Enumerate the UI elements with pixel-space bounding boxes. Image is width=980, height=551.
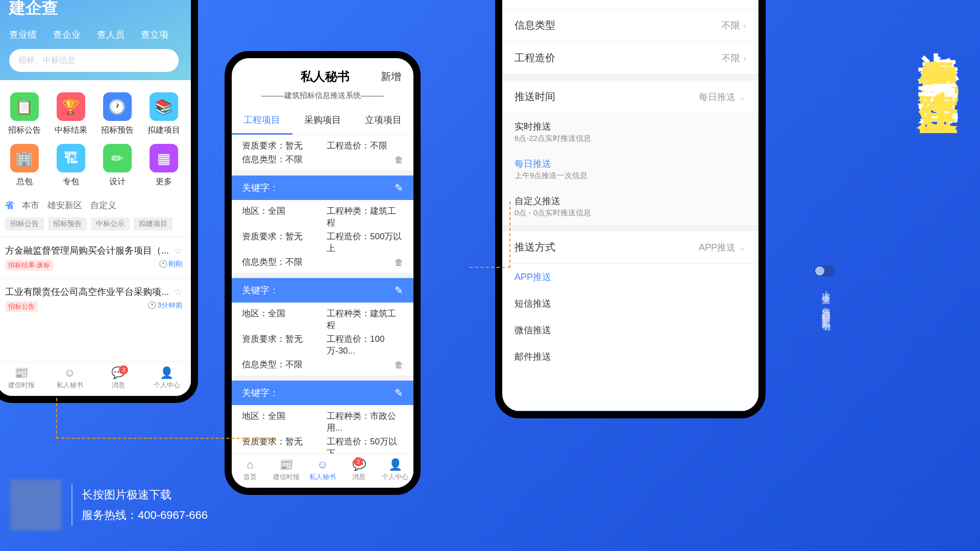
- filter-row[interactable]: 信息类型不限›: [502, 9, 758, 42]
- home-header: 建企查 查业绩 查企业 查人员 查立项 招标、中标信息: [0, 0, 191, 80]
- star-icon[interactable]: ☆: [174, 244, 183, 257]
- nav-label: 建信时报: [273, 473, 300, 481]
- push-method-option[interactable]: APP推送: [502, 264, 758, 290]
- option-title: 邮件推送: [514, 350, 746, 363]
- card-field: 工程种类：建筑工程: [327, 205, 403, 229]
- nav-item[interactable]: ⌂首页: [232, 458, 268, 482]
- item-title: 工业有限责任公司高空作业平台采购项...: [5, 286, 169, 298]
- option-title: 自定义推送: [514, 195, 746, 207]
- delete-icon[interactable]: 🗑: [395, 155, 403, 165]
- nav-item[interactable]: ☺私人秘书: [304, 458, 340, 482]
- phone-home: 建企查 查业绩 查企业 查人员 查立项 招标、中标信息 📋招标公告🏆中标结果🕐招…: [0, 0, 198, 403]
- nav-item[interactable]: 📰建信时报: [268, 458, 304, 482]
- card-field: 地区：全国: [242, 410, 318, 434]
- region-tab[interactable]: 本市: [22, 199, 39, 211]
- nav-label: 消息: [112, 381, 125, 389]
- edit-icon[interactable]: ✎: [395, 284, 403, 296]
- filter-rows: 工程种类全部›信息类型不限›工程造价不限›: [502, 0, 758, 74]
- category-item[interactable]: 🏆中标结果: [47, 88, 94, 140]
- nav-item[interactable]: 💬消息3: [341, 458, 377, 482]
- nav-label: 私人秘书: [309, 473, 336, 481]
- option-title: 短信推送: [514, 297, 746, 310]
- category-item[interactable]: 🕐招标预告: [94, 88, 140, 140]
- slogan-line: 办资质找九天鲲鹏: [918, 20, 960, 37]
- category-item[interactable]: 📚拟建项目: [140, 88, 187, 140]
- result-item[interactable]: 方金融监督管理局购买会计服务项目（...☆招标结果-废标🕐刚刚: [0, 237, 191, 278]
- region-tab[interactable]: 雄安新区: [47, 199, 82, 211]
- category-item[interactable]: 📋招标公告: [1, 88, 47, 140]
- top-tab[interactable]: 查企业: [53, 29, 81, 41]
- category-label: 专包: [47, 177, 94, 187]
- push-method-option[interactable]: 微信推送: [502, 317, 758, 343]
- nav-icon: ☺: [304, 458, 340, 471]
- filter-tag[interactable]: 招标公告: [5, 217, 44, 231]
- nav-item[interactable]: 👤个人中心: [377, 458, 413, 482]
- category-item[interactable]: ✏设计: [94, 140, 140, 191]
- card-field: 地区：全国: [242, 205, 318, 229]
- push-time-row[interactable]: 推送时间 每日推送⌄: [502, 81, 758, 113]
- result-item[interactable]: 工业有限责任公司高空作业平台采购项...☆招标公告🕐3分钟前: [0, 278, 191, 319]
- top-tab[interactable]: 查人员: [97, 29, 125, 41]
- tab-approval[interactable]: 立项项目: [353, 107, 413, 134]
- filter-value: 不限: [722, 53, 740, 63]
- filter-tag[interactable]: 拟建项目: [134, 217, 173, 231]
- push-method-option[interactable]: 短信推送: [502, 290, 758, 317]
- option-title: 实时推送: [514, 120, 746, 133]
- filter-tag[interactable]: 中标公示: [91, 217, 130, 231]
- filter-tag[interactable]: 招标预告: [48, 217, 87, 231]
- category-item[interactable]: ▦更多: [140, 140, 187, 191]
- region-tab[interactable]: 省: [5, 199, 14, 211]
- category-label: 招标预告: [94, 125, 140, 136]
- card-header: 关键字：✎: [232, 381, 413, 405]
- nav-item[interactable]: 👤个人中心: [142, 366, 191, 390]
- filter-value: 不限: [722, 20, 740, 31]
- keyword-label: 关键字：: [242, 284, 279, 296]
- push-method-option[interactable]: 邮件推送: [502, 343, 758, 370]
- badge-count: 3: [354, 457, 363, 466]
- nav-icon: 👤: [142, 366, 191, 380]
- push-method-label: 推送方式: [514, 240, 555, 254]
- clock-icon: 🕐: [148, 301, 156, 309]
- top-tab[interactable]: 查业绩: [9, 29, 37, 41]
- push-method-row[interactable]: 推送方式 APP推送⌄: [502, 231, 758, 264]
- chevron-right-icon: ›: [743, 20, 746, 31]
- push-time-option[interactable]: 实时推送6点-22点实时推送信息: [502, 113, 758, 151]
- card-body: 资质要求：暂无工程造价：不限信息类型：不限🗑: [232, 135, 413, 170]
- tab-engineering[interactable]: 工程项目: [232, 107, 292, 135]
- nav-item[interactable]: ☺私人秘书: [45, 366, 94, 390]
- card-field: 资质要求：暂无: [242, 333, 318, 357]
- top-tab[interactable]: 查立项: [141, 29, 168, 41]
- toggle-switch: [814, 265, 835, 277]
- category-label: 总包: [1, 177, 47, 187]
- subscription-list: 资质要求：暂无工程造价：不限信息类型：不限🗑关键字：✎地区：全国工程种类：建筑工…: [232, 135, 413, 478]
- edit-icon[interactable]: ✎: [395, 182, 403, 194]
- push-time-option[interactable]: 自定义推送0点 - 0点实时推送信息: [502, 188, 758, 225]
- search-input[interactable]: 招标、中标信息: [9, 49, 179, 72]
- save-button[interactable]: 保存: [502, 411, 758, 418]
- nav-icon: 📰: [0, 366, 45, 380]
- add-button[interactable]: 新增: [381, 70, 401, 84]
- region-tab[interactable]: 自定义: [90, 199, 116, 211]
- bottom-nav: 📰建信时报☺私人秘书💬消息3👤个人中心: [0, 362, 191, 396]
- nav-item[interactable]: 💬消息3: [94, 366, 142, 390]
- nav-icon: 💬: [94, 366, 142, 380]
- push-time-options: 实时推送6点-22点实时推送信息每日推送上午9点推送一次信息自定义推送0点 - …: [502, 113, 758, 225]
- card-field: 工程种类：建筑工程: [327, 308, 403, 331]
- item-badge: 招标结果-废标: [5, 260, 53, 271]
- category-item[interactable]: 🏢总包: [1, 140, 47, 191]
- tab-procurement[interactable]: 采购项目: [292, 107, 353, 134]
- delete-icon[interactable]: 🗑: [395, 360, 403, 370]
- delete-icon[interactable]: 🗑: [395, 258, 403, 268]
- category-label: 设计: [94, 177, 140, 187]
- filter-row[interactable]: 工程造价不限›: [502, 42, 758, 74]
- nav-item[interactable]: 📰建信时报: [0, 366, 45, 390]
- item-badge: 招标公告: [5, 301, 38, 312]
- category-item[interactable]: 🏗专包: [47, 140, 94, 191]
- nav-label: 个人中心: [382, 473, 408, 481]
- filter-row[interactable]: 工程种类全部›: [502, 0, 758, 9]
- card-field: 资质要求：暂无: [242, 231, 318, 254]
- result-list: 方金融监督管理局购买会计服务项目（...☆招标结果-废标🕐刚刚工业有限责任公司高…: [0, 237, 191, 319]
- edit-icon[interactable]: ✎: [395, 387, 403, 399]
- push-time-option[interactable]: 每日推送上午9点推送一次信息: [502, 151, 758, 188]
- star-icon[interactable]: ☆: [174, 286, 183, 298]
